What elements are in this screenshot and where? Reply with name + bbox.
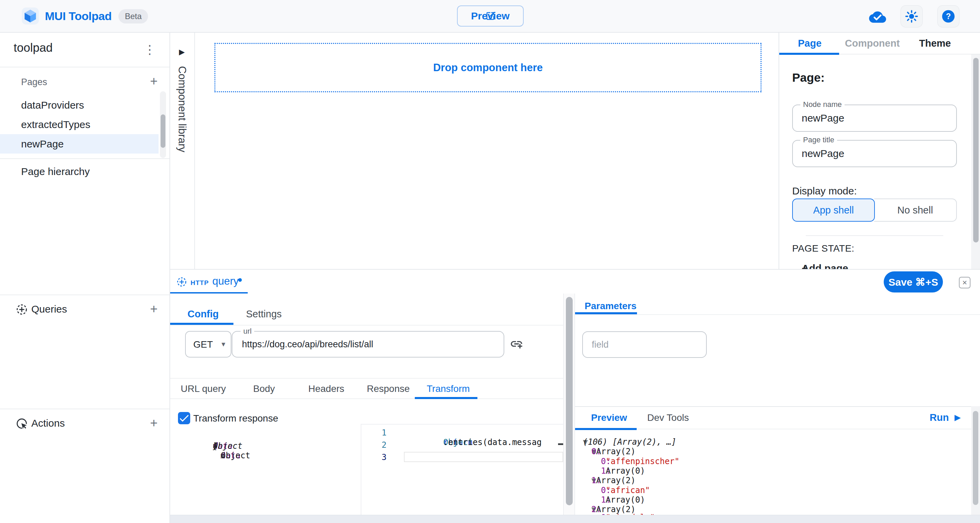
actions-icon bbox=[16, 418, 28, 430]
tab-page[interactable]: Page bbox=[798, 38, 821, 49]
tree-string-value: "affenpinscher" bbox=[606, 457, 679, 466]
cloud-synced-icon bbox=[869, 10, 886, 23]
plus-icon: + bbox=[150, 302, 158, 316]
tab-theme[interactable]: Theme bbox=[919, 38, 951, 49]
active-result-tab-indicator bbox=[575, 428, 637, 430]
method-value: GET bbox=[193, 339, 213, 350]
tree-value: Array(2) bbox=[596, 447, 636, 456]
preview-scrollbar-thumb[interactable] bbox=[973, 411, 978, 505]
divider bbox=[170, 325, 563, 325]
open-in-new-icon bbox=[485, 11, 495, 21]
tree-value: Object bbox=[221, 451, 250, 460]
mui-logo-icon bbox=[22, 8, 39, 24]
scope-tree-data-node: ▶data: Object bbox=[191, 441, 221, 470]
node-name-input[interactable] bbox=[802, 105, 948, 131]
query-result-panel: Parameters Preview Dev Tools Run ▶ ▼(106… bbox=[575, 293, 980, 515]
tab-parameters[interactable]: Parameters bbox=[585, 301, 637, 311]
close-query-editor-button[interactable]: × bbox=[959, 277, 970, 289]
tab-preview[interactable]: Preview bbox=[591, 412, 627, 423]
divider bbox=[0, 408, 169, 409]
tab-component[interactable]: Component bbox=[845, 38, 900, 49]
divider bbox=[575, 314, 980, 315]
help-icon: ? bbox=[942, 10, 955, 23]
request-tabs: URL query Body Headers Response Transfor… bbox=[170, 378, 563, 399]
page-item-label: dataProviders bbox=[21, 99, 84, 111]
query-icon bbox=[176, 276, 187, 287]
drop-zone-label: Drop component here bbox=[433, 62, 543, 74]
add-action-button[interactable]: + bbox=[146, 415, 161, 431]
pages-scrollbar-thumb[interactable] bbox=[161, 115, 165, 148]
node-name-field: Node name bbox=[792, 105, 957, 132]
project-title: toolpad bbox=[14, 41, 53, 54]
close-icon: × bbox=[962, 278, 967, 287]
active-request-tab-indicator bbox=[415, 397, 477, 399]
method-select[interactable]: GET ▾ bbox=[185, 331, 231, 357]
sidebar-item-newpage-selected[interactable]: newPage bbox=[0, 134, 159, 153]
active-tab-indicator bbox=[779, 53, 839, 55]
drop-zone[interactable]: Drop component here bbox=[215, 43, 762, 92]
run-play-icon[interactable]: ▶ bbox=[955, 413, 961, 422]
page-state-label: PAGE STATE: bbox=[792, 243, 854, 254]
add-query-button[interactable]: + bbox=[146, 301, 161, 316]
tab-config[interactable]: Config bbox=[188, 308, 219, 320]
sidebar-item-dataproviders[interactable]: dataProviders bbox=[0, 95, 159, 115]
url-input[interactable] bbox=[242, 332, 494, 357]
transform-code-editor[interactable]: 1 2 3 return Object.entries(data.messag bbox=[361, 424, 563, 515]
theme-brightness-button[interactable] bbox=[900, 5, 923, 27]
tree-value: Array(0) bbox=[606, 466, 645, 476]
save-button[interactable]: Save ⌘+S bbox=[884, 271, 943, 292]
add-page-button[interactable]: + bbox=[146, 73, 161, 89]
run-button[interactable]: Run bbox=[930, 412, 949, 423]
checkmark-icon bbox=[178, 412, 190, 424]
display-mode-app-shell[interactable]: App shell bbox=[792, 199, 875, 222]
page-hierarchy-label[interactable]: Page hierarchy bbox=[21, 166, 90, 177]
status-strip bbox=[170, 515, 980, 523]
query-editor-header: HTTP query ● Save ⌘+S × bbox=[170, 269, 980, 294]
plus-icon: + bbox=[150, 416, 158, 431]
help-button[interactable]: ? bbox=[937, 5, 959, 27]
svg-text:?: ? bbox=[946, 12, 951, 21]
transform-response-label: Transform response bbox=[193, 413, 278, 424]
component-library-strip[interactable]: ▶ Component library bbox=[170, 33, 195, 269]
app-title: MUI Toolpad bbox=[45, 10, 111, 23]
component-library-expand-icon[interactable]: ▶ bbox=[179, 48, 185, 56]
page-canvas: ▶ Component library Drop component here bbox=[170, 33, 778, 269]
parameter-field bbox=[582, 331, 707, 358]
query-config-panel: Config Settings GET ▾ url URL query Body… bbox=[170, 293, 563, 515]
component-library-label[interactable]: Component library bbox=[176, 66, 188, 152]
queries-section-label: Queries bbox=[31, 303, 67, 315]
inspector-tabs: Page Component Theme bbox=[779, 33, 980, 54]
beta-badge: Beta bbox=[118, 9, 148, 24]
tab-url-query[interactable]: URL query bbox=[181, 383, 226, 394]
add-link-icon[interactable] bbox=[510, 337, 523, 351]
sidebar-item-extractedtypes[interactable]: extractedTypes bbox=[0, 115, 159, 134]
page-item-label: extractedTypes bbox=[21, 119, 90, 131]
tab-body[interactable]: Body bbox=[253, 383, 275, 394]
divider bbox=[0, 158, 169, 159]
panel-scrollbar-thumb[interactable] bbox=[566, 297, 573, 505]
page-title-input[interactable] bbox=[802, 140, 948, 166]
parameter-input[interactable] bbox=[592, 332, 697, 357]
preview-button[interactable]: Preview bbox=[457, 5, 524, 27]
mui-toolpad-app: MUI Toolpad Beta Preview bbox=[0, 0, 980, 523]
plus-icon: + bbox=[150, 74, 158, 89]
page-heading: Page: bbox=[792, 71, 824, 85]
app-header: MUI Toolpad Beta Preview bbox=[0, 0, 980, 33]
display-mode-no-shell[interactable]: No shell bbox=[874, 199, 957, 222]
actions-section-label: Actions bbox=[31, 418, 65, 429]
page-item-label: newPage bbox=[21, 138, 64, 150]
query-tab[interactable]: query bbox=[212, 275, 239, 287]
code-cursor-mark bbox=[558, 443, 563, 445]
tab-response[interactable]: Response bbox=[367, 383, 410, 394]
code-rest: .entries(data.messag bbox=[443, 437, 542, 447]
transform-response-checkbox[interactable] bbox=[178, 412, 190, 424]
tab-transform[interactable]: Transform bbox=[427, 383, 470, 394]
inspector-scrollbar-thumb[interactable] bbox=[973, 58, 978, 242]
divider bbox=[806, 235, 943, 236]
project-menu-button[interactable]: ⋮ bbox=[142, 41, 158, 58]
tab-headers[interactable]: Headers bbox=[308, 383, 344, 394]
tab-dev-tools[interactable]: Dev Tools bbox=[647, 412, 689, 423]
tab-settings[interactable]: Settings bbox=[246, 308, 282, 320]
result-tabs: Preview Dev Tools Run ▶ bbox=[575, 406, 980, 429]
chevron-down-icon: ▾ bbox=[221, 340, 225, 349]
